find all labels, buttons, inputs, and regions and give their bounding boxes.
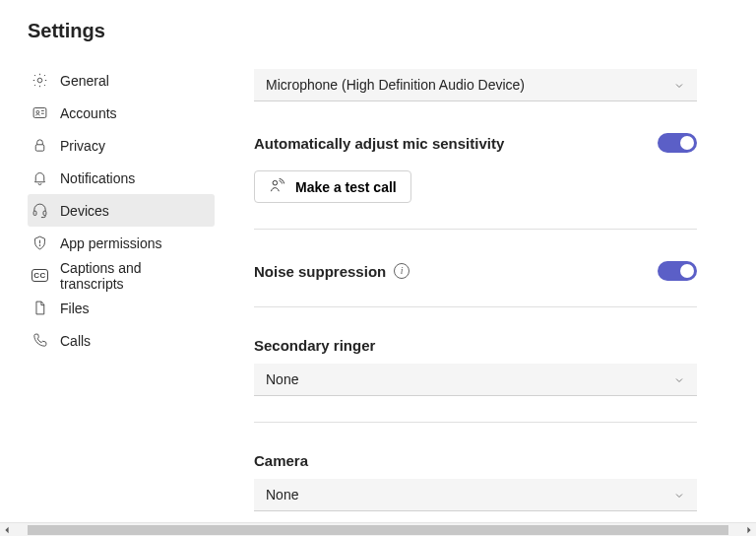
settings-main: Microphone (High Definition Audio Device… — [224, 20, 756, 522]
make-test-call-button[interactable]: Make a test call — [254, 170, 411, 203]
secondary-ringer-select[interactable]: None — [254, 364, 697, 396]
noise-suppression-toggle[interactable] — [658, 261, 697, 281]
id-card-icon — [32, 104, 48, 121]
chevron-down-icon — [673, 489, 685, 501]
svg-point-0 — [37, 78, 42, 83]
microphone-select[interactable]: Microphone (High Definition Audio Device… — [254, 69, 697, 101]
make-test-call-label: Make a test call — [295, 179, 397, 195]
sidebar-item-label: General — [60, 73, 109, 89]
sidebar-item-files[interactable]: Files — [28, 292, 215, 324]
auto-adjust-toggle[interactable] — [658, 133, 697, 153]
phone-icon — [32, 332, 48, 349]
divider — [254, 306, 697, 307]
camera-heading: Camera — [254, 452, 697, 469]
microphone-select-value: Microphone (High Definition Audio Device… — [266, 77, 525, 93]
noise-suppression-text: Noise suppression — [254, 263, 386, 280]
svg-rect-5 — [43, 211, 46, 215]
headset-icon — [32, 202, 48, 219]
sidebar-item-label: Privacy — [60, 138, 105, 154]
secondary-ringer-value: None — [266, 371, 298, 387]
camera-value: None — [266, 487, 298, 502]
settings-sidebar: Settings General Accounts Privacy — [0, 20, 224, 522]
sidebar-item-notifications[interactable]: Notifications — [28, 162, 215, 194]
scroll-right-button[interactable] — [742, 523, 756, 537]
svg-rect-3 — [35, 145, 44, 151]
chevron-down-icon — [673, 373, 685, 385]
shield-icon — [32, 234, 48, 251]
gear-icon — [32, 72, 48, 89]
svg-point-6 — [39, 245, 40, 246]
sidebar-item-privacy[interactable]: Privacy — [28, 129, 215, 162]
sidebar-item-label: Captions and transcripts — [60, 260, 205, 292]
bell-icon — [32, 169, 48, 186]
svg-rect-4 — [33, 211, 36, 215]
sidebar-item-label: Accounts — [60, 105, 117, 121]
file-icon — [32, 300, 48, 316]
sidebar-item-devices[interactable]: Devices — [28, 194, 215, 227]
sidebar-item-label: Calls — [60, 333, 91, 349]
sidebar-item-calls[interactable]: Calls — [28, 324, 215, 357]
nav-list: General Accounts Privacy Notifications — [28, 64, 215, 357]
noise-suppression-row: Noise suppression i — [254, 261, 697, 281]
divider — [254, 229, 697, 230]
horizontal-scrollbar[interactable] — [0, 522, 756, 536]
sidebar-item-app-permissions[interactable]: App permissions — [28, 227, 215, 259]
sidebar-item-captions[interactable]: CC Captions and transcripts — [28, 259, 215, 292]
auto-adjust-row: Automatically adjust mic sensitivity — [254, 133, 697, 153]
cc-icon: CC — [32, 269, 48, 282]
person-call-icon — [269, 177, 285, 197]
sidebar-item-label: App permissions — [60, 235, 162, 251]
divider — [254, 422, 697, 423]
scroll-left-button[interactable] — [0, 523, 14, 537]
sidebar-item-label: Files — [60, 301, 90, 316]
sidebar-item-general[interactable]: General — [28, 64, 215, 97]
sidebar-item-label: Devices — [60, 203, 109, 219]
lock-icon — [32, 137, 48, 154]
auto-adjust-label: Automatically adjust mic sensitivity — [254, 135, 504, 152]
info-icon[interactable]: i — [394, 263, 410, 279]
page-title: Settings — [28, 20, 215, 42]
scrollbar-track[interactable] — [14, 523, 742, 537]
sidebar-item-label: Notifications — [60, 170, 135, 186]
camera-select[interactable]: None — [254, 479, 697, 511]
svg-point-2 — [36, 110, 39, 113]
noise-suppression-label: Noise suppression i — [254, 263, 410, 280]
svg-rect-1 — [33, 108, 46, 118]
secondary-ringer-heading: Secondary ringer — [254, 337, 697, 354]
chevron-down-icon — [673, 79, 685, 91]
svg-point-7 — [273, 180, 278, 185]
scrollbar-thumb[interactable] — [28, 525, 728, 535]
sidebar-item-accounts[interactable]: Accounts — [28, 97, 215, 129]
